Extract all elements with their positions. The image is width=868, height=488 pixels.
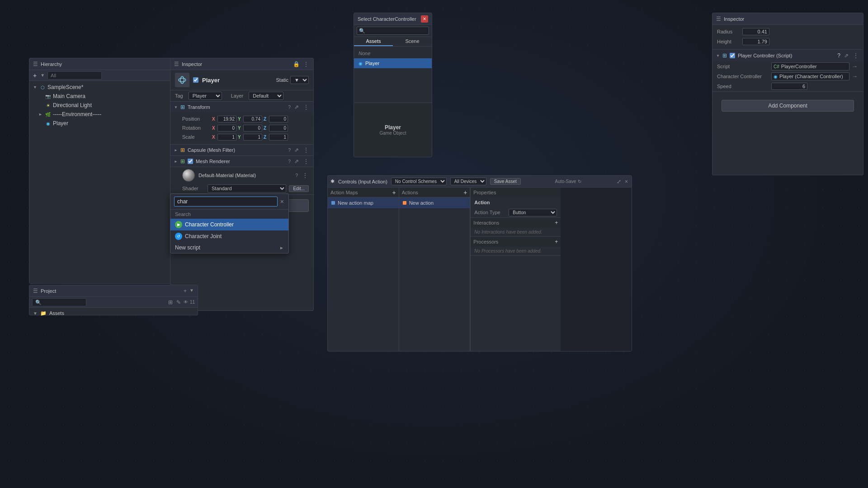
ac-search-input[interactable] <box>174 197 278 206</box>
action-prop-label: Action <box>474 200 490 205</box>
project-layout-btn1[interactable]: ⊞ <box>167 299 174 305</box>
select-cc-tabs: Assets Scene <box>354 37 432 47</box>
project-panel: ☰ Project + ▼ ⊞ ✎ 👁 11 ▼ 📁 Assets <box>29 285 198 315</box>
ctrl-action-item[interactable]: New action <box>399 197 470 208</box>
material-help-icon: ? <box>295 173 298 178</box>
mesh-filter-header[interactable]: ► ⊞ Capsule (Mesh Filter) ? ⇗ ⋮ <box>170 145 313 155</box>
interactions-header: Interactions + <box>471 218 561 228</box>
mesh-filter-more-icon[interactable]: ⋮ <box>302 147 310 153</box>
mesh-renderer-more-icon[interactable]: ⋮ <box>302 158 310 164</box>
select-player-label: Player <box>365 61 379 66</box>
ri-height-row: Height <box>717 37 859 47</box>
mesh-renderer-active[interactable] <box>188 159 193 164</box>
material-more-icon[interactable]: ⋮ <box>302 172 309 178</box>
project-add-btn[interactable]: + <box>183 288 188 294</box>
controls-resize-btn[interactable]: ⤢ <box>616 178 622 185</box>
inspector-lock-btn[interactable]: 🔒 <box>292 61 301 67</box>
processors-add-btn[interactable]: + <box>555 239 558 244</box>
action-maps-add-btn[interactable]: + <box>392 189 396 196</box>
ri-script-active[interactable] <box>730 53 735 58</box>
ri-add-component-btn[interactable]: Add Component <box>722 100 854 112</box>
action-maps-header: Action Maps + <box>328 188 399 197</box>
position-z-letter: Z <box>264 117 268 122</box>
controls-empty-area <box>561 188 632 351</box>
shader-edit-btn[interactable]: Edit... <box>289 185 309 192</box>
hierarchy-search-input[interactable] <box>47 71 102 80</box>
env-arrow-icon: ► <box>38 112 43 117</box>
transform-header[interactable]: ▼ ⊞ Transform ? ⇗ ⋮ <box>170 102 313 113</box>
ri-cc-field: Character Controller ◉ Player (Character… <box>712 71 863 81</box>
material-component: Default-Material (Material) ? ⋮ Shader S… <box>170 167 313 195</box>
select-cc-close-btn[interactable]: × <box>421 15 428 23</box>
mesh-renderer-link-icon[interactable]: ⇗ <box>293 158 300 164</box>
ctrl-action-map-item[interactable]: New action map <box>328 197 399 208</box>
scale-z-input[interactable] <box>269 134 288 141</box>
transform-link-icon[interactable]: ⇗ <box>293 104 300 110</box>
mesh-filter-component: ► ⊞ Capsule (Mesh Filter) ? ⇗ ⋮ <box>170 145 313 156</box>
scale-x-input[interactable] <box>217 134 236 141</box>
controls-save-btn[interactable]: Save Asset <box>490 178 521 185</box>
select-cc-search-input[interactable] <box>357 27 429 35</box>
select-cc-preview: Player Game Object <box>354 103 432 157</box>
controls-close-btn[interactable]: × <box>624 178 629 185</box>
action-map-icon <box>331 201 335 205</box>
tag-select[interactable]: Player <box>189 92 222 100</box>
ri-script-header[interactable]: ▼ ⊞ Player Controller (Script) ? ⇗ ⋮ <box>712 50 863 61</box>
ri-cc-field-value: ◉ Player (Character Controller) <box>771 72 849 80</box>
transform-arrow-icon: ▼ <box>174 105 178 109</box>
mesh-renderer-header[interactable]: ► ⊞ Mesh Renderer ? ⇗ ⋮ <box>170 156 313 167</box>
ri-script-link-icon[interactable]: ⇗ <box>843 52 849 59</box>
ri-script-more-icon[interactable]: ⋮ <box>852 52 859 59</box>
rotation-y-input[interactable] <box>243 125 262 131</box>
select-cc-preview-sublabel: Game Object <box>380 131 406 136</box>
scale-y-input[interactable] <box>243 134 262 141</box>
tag-layer-row: Tag Player Layer Default <box>170 90 313 102</box>
ri-radius-input[interactable] <box>742 28 769 35</box>
project-assets-row[interactable]: ▼ 📁 Assets <box>29 308 198 319</box>
ri-speed-input[interactable] <box>771 83 807 90</box>
select-none-label: None <box>359 51 370 56</box>
shader-select[interactable]: Standard <box>208 184 286 192</box>
static-select[interactable]: ▼ <box>290 76 309 84</box>
project-search-input[interactable] <box>32 298 86 306</box>
ri-speed-field: Speed <box>712 81 863 91</box>
select-cc-tab-assets[interactable]: Assets <box>354 37 393 46</box>
object-active-checkbox[interactable] <box>193 77 198 83</box>
ri-script-field-label: Script <box>717 64 771 69</box>
position-x-input[interactable] <box>217 116 236 122</box>
select-cc-item-none[interactable]: None <box>354 48 432 58</box>
project-menu-icon: ☰ <box>33 288 38 294</box>
rotation-x-input[interactable] <box>217 125 236 131</box>
action-type-select[interactable]: Button <box>509 209 557 216</box>
position-y-input[interactable] <box>243 116 262 122</box>
ac-item-new-script[interactable]: New script ► <box>170 242 288 253</box>
ac-item-character-joint[interactable]: ↺ Character Joint <box>170 230 288 242</box>
ri-script-name: PlayerController <box>781 64 817 69</box>
ri-height-input[interactable] <box>742 38 769 45</box>
transform-more-icon[interactable]: ⋮ <box>302 104 310 110</box>
project-layout-btn2[interactable]: ✎ <box>175 299 182 305</box>
actions-add-btn[interactable]: + <box>463 189 467 196</box>
ac-clear-btn[interactable]: × <box>279 198 285 205</box>
inspector-more-btn[interactable]: ⋮ <box>302 61 310 67</box>
inspector-panel: ☰ Inspector 🔒 ⋮ Player Static ▼ Tag Play… <box>170 58 314 311</box>
select-cc-item-player[interactable]: ◉ Player <box>354 58 432 68</box>
controls-devices-select[interactable]: All Devices <box>450 178 486 185</box>
ri-script-goto-btn[interactable]: → <box>851 63 859 70</box>
select-cc-tab-scene[interactable]: Scene <box>393 37 432 46</box>
mesh-filter-link-icon[interactable]: ⇗ <box>293 147 300 153</box>
static-badge: Static ▼ <box>276 76 309 84</box>
layer-select[interactable]: Default <box>249 92 283 100</box>
ri-add-component-area: Add Component <box>712 92 863 120</box>
no-interactions-text: No Interactions have been added. <box>471 228 561 236</box>
ri-radius-label: Radius <box>717 29 740 34</box>
project-header: ☰ Project + ▼ <box>29 285 198 297</box>
ri-cc-goto-btn[interactable]: → <box>851 73 859 80</box>
rotation-z-input[interactable] <box>269 125 288 131</box>
env-label: -----Environment----- <box>53 111 101 117</box>
controls-scheme-select[interactable]: No Control Schemes <box>391 178 447 185</box>
hierarchy-add-btn[interactable]: + <box>32 72 38 79</box>
interactions-add-btn[interactable]: + <box>555 220 558 225</box>
position-z-input[interactable] <box>269 116 288 122</box>
ac-item-character-controller[interactable]: ▶ Character Controller <box>170 219 288 230</box>
